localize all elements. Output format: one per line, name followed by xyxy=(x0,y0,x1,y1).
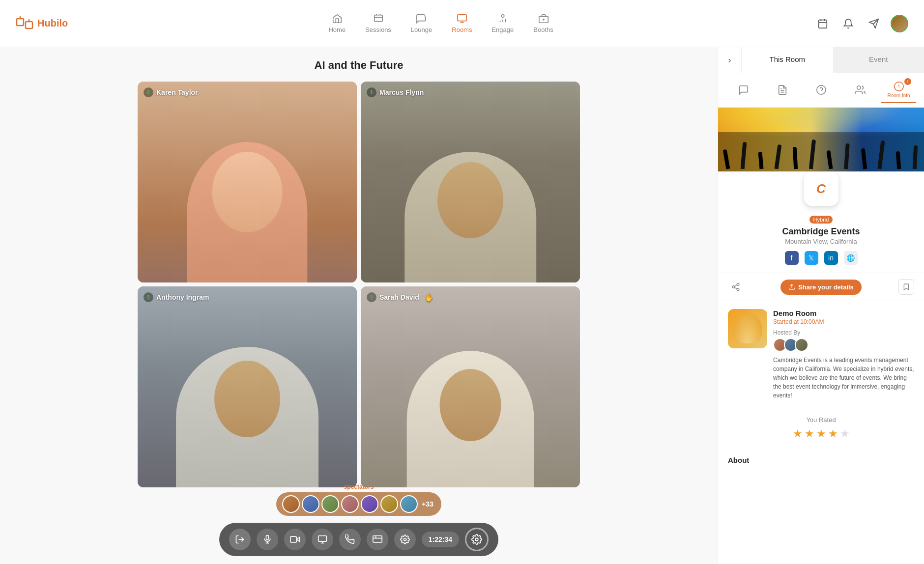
svg-point-35 xyxy=(816,85,825,94)
svg-point-32 xyxy=(475,538,478,541)
website-icon[interactable]: 🌐 xyxy=(844,251,858,265)
rating-section: You Rated ★ ★ ★ ★ ★ xyxy=(718,408,924,448)
svg-rect-17 xyxy=(148,295,149,298)
spectator-7 xyxy=(400,495,418,513)
event-name: Cambridge Events xyxy=(728,226,914,237)
home-icon xyxy=(332,13,343,24)
icon-tab-qa[interactable] xyxy=(804,81,838,100)
icon-tab-people[interactable] xyxy=(842,81,877,100)
user-avatar[interactable] xyxy=(891,15,908,32)
nav-home[interactable]: Home xyxy=(328,13,346,33)
video-cell-karen: Karen Taylor xyxy=(138,82,357,282)
icon-tab-notes[interactable] xyxy=(765,81,800,100)
tab-this-room[interactable]: This Room xyxy=(742,47,833,73)
header-actions xyxy=(814,15,908,32)
screen-share-button[interactable] xyxy=(312,529,333,550)
room-description: Cambridge Events is a leading events man… xyxy=(773,356,914,400)
room-info-badge: ! xyxy=(904,78,911,85)
tab-event[interactable]: Event xyxy=(833,47,924,73)
svg-rect-13 xyxy=(148,90,149,93)
video-cell-sarah: Sarah David ✋ xyxy=(361,286,580,487)
twitter-icon[interactable]: 𝕏 xyxy=(805,251,818,265)
participant-label-karen: Karen Taylor xyxy=(144,87,198,97)
svg-point-6 xyxy=(501,15,504,18)
panel-icon-tabs: ! Room Info xyxy=(718,73,924,108)
host-3 xyxy=(795,338,808,352)
lounge-icon xyxy=(416,13,427,24)
camera-button[interactable] xyxy=(284,529,306,550)
rooms-icon xyxy=(457,13,467,24)
main-layout: AI and the Future Karen Taylor xyxy=(0,47,924,564)
icon-tab-chat[interactable] xyxy=(726,81,761,100)
calendar-icon[interactable] xyxy=(814,15,832,32)
svg-point-31 xyxy=(404,538,406,541)
share-icon-btn[interactable] xyxy=(728,279,744,295)
facebook-icon[interactable]: f xyxy=(785,251,799,265)
room-thumbnail xyxy=(728,309,767,348)
leave-button[interactable] xyxy=(229,529,251,550)
star-5[interactable]: ★ xyxy=(840,427,850,440)
about-section: About xyxy=(718,448,924,472)
audio-icon-anthony xyxy=(144,292,153,302)
star-3[interactable]: ★ xyxy=(816,427,826,440)
event-banner xyxy=(718,108,924,171)
spectators-bar: spectators +33 xyxy=(276,492,441,516)
notifications-icon[interactable] xyxy=(839,15,857,32)
engage-icon xyxy=(497,13,508,24)
linkedin-icon[interactable]: in xyxy=(824,251,838,265)
svg-line-45 xyxy=(734,285,737,286)
participant-label-anthony: Anthony Ingram xyxy=(144,292,209,302)
rating-label: You Rated xyxy=(728,416,914,423)
star-2[interactable]: ★ xyxy=(805,427,814,440)
event-location: Mountain View, California xyxy=(728,238,914,245)
audio-icon-karen xyxy=(144,87,153,97)
icon-tab-room-info[interactable]: ! Room Info xyxy=(881,77,916,103)
svg-rect-22 xyxy=(266,536,268,540)
nav-engage[interactable]: Engage xyxy=(491,13,514,33)
nav-lounge[interactable]: Lounge xyxy=(411,13,432,33)
star-1[interactable]: ★ xyxy=(793,427,803,440)
hosted-by-label: Hosted By xyxy=(773,329,914,336)
spectator-1 xyxy=(282,495,300,513)
video-cell-anthony: Anthony Ingram xyxy=(138,286,357,487)
settings-button[interactable] xyxy=(394,529,416,550)
host-avatars xyxy=(773,338,914,352)
svg-point-37 xyxy=(857,85,860,89)
panel-collapse-arrow[interactable]: › xyxy=(718,47,742,73)
spectators-label: spectators xyxy=(344,483,374,490)
star-rating[interactable]: ★ ★ ★ ★ ★ xyxy=(728,427,914,440)
audio-icon-sarah xyxy=(367,292,376,302)
main-settings-button[interactable] xyxy=(465,528,489,551)
svg-rect-28 xyxy=(373,536,382,542)
phone-button[interactable] xyxy=(339,529,361,550)
microphone-button[interactable] xyxy=(257,529,278,550)
logo-icon xyxy=(16,15,33,32)
room-time: Started at 10:00AM xyxy=(773,318,914,325)
svg-rect-19 xyxy=(371,295,373,298)
svg-rect-4 xyxy=(374,15,382,22)
logo-text: Hubilo xyxy=(37,18,68,29)
hand-raised-icon: ✋ xyxy=(424,293,434,302)
right-panel: › This Room Event ! Room Info xyxy=(718,47,924,564)
spectators-avatars[interactable]: +33 xyxy=(276,492,441,516)
send-icon[interactable] xyxy=(865,15,883,32)
room-info-label: Room Info xyxy=(887,93,910,98)
audio-icon-marcus xyxy=(367,87,376,97)
svg-rect-5 xyxy=(458,15,466,21)
nav-sessions[interactable]: Sessions xyxy=(365,13,391,33)
nav-booths[interactable]: Booths xyxy=(533,13,553,33)
spectators-count: +33 xyxy=(420,500,435,508)
svg-line-44 xyxy=(734,287,737,289)
panel-content: C Hybrid Cambridge Events Mountain View,… xyxy=(718,108,924,564)
share-details-button[interactable]: Share your details xyxy=(780,280,862,295)
company-logo-card: C xyxy=(804,171,838,206)
panel-tabs: › This Room Event xyxy=(718,47,924,73)
bookmark-button[interactable] xyxy=(898,279,914,295)
present-button[interactable] xyxy=(367,529,388,550)
nav-rooms[interactable]: Rooms xyxy=(452,13,472,33)
room-details: Demo Room Started at 10:00AM Hosted By C… xyxy=(773,309,914,400)
svg-rect-15 xyxy=(371,90,373,93)
star-4[interactable]: ★ xyxy=(828,427,838,440)
logo[interactable]: Hubilo xyxy=(16,15,68,32)
timer-display[interactable]: 1:22:34 xyxy=(422,532,459,547)
